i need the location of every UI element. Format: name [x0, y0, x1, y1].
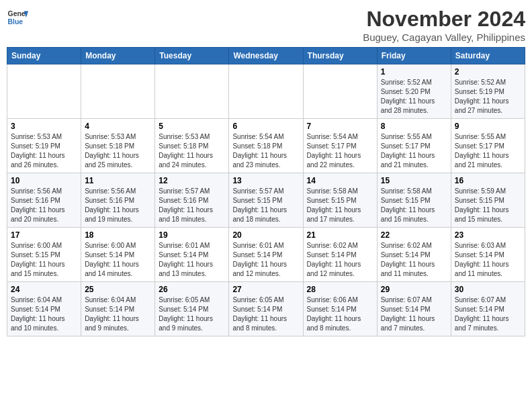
day-number: 7: [307, 122, 373, 131]
calendar-cell: [7, 64, 81, 119]
day-info: Sunrise: 6:04 AM Sunset: 5:14 PM Dayligh…: [85, 295, 151, 333]
header-row: SundayMondayTuesdayWednesdayThursdayFrid…: [7, 48, 525, 64]
day-info: Sunrise: 6:06 AM Sunset: 5:14 PM Dayligh…: [307, 295, 373, 333]
day-info: Sunrise: 5:55 AM Sunset: 5:17 PM Dayligh…: [381, 132, 447, 170]
day-number: 15: [381, 176, 447, 185]
day-number: 17: [11, 230, 77, 240]
calendar-cell: 20Sunrise: 6:01 AM Sunset: 5:14 PM Dayli…: [229, 228, 303, 282]
day-info: Sunrise: 5:52 AM Sunset: 5:19 PM Dayligh…: [455, 78, 521, 116]
day-number: 19: [159, 230, 225, 240]
day-number: 10: [11, 176, 77, 185]
day-info: Sunrise: 5:57 AM Sunset: 5:16 PM Dayligh…: [159, 187, 225, 224]
day-info: Sunrise: 6:01 AM Sunset: 5:14 PM Dayligh…: [232, 241, 299, 279]
day-number: 3: [11, 122, 77, 131]
calendar-cell: 12Sunrise: 5:57 AM Sunset: 5:16 PM Dayli…: [155, 173, 229, 228]
calendar-cell: 27Sunrise: 6:05 AM Sunset: 5:14 PM Dayli…: [229, 282, 303, 336]
week-row-4: 24Sunrise: 6:04 AM Sunset: 5:14 PM Dayli…: [7, 282, 525, 336]
col-header-monday: Monday: [81, 48, 155, 64]
day-number: 25: [85, 285, 151, 294]
day-number: 1: [381, 67, 447, 77]
day-number: 16: [455, 176, 521, 185]
day-number: 23: [455, 230, 521, 240]
col-header-sunday: Sunday: [7, 48, 81, 64]
day-info: Sunrise: 6:00 AM Sunset: 5:15 PM Dayligh…: [11, 241, 77, 279]
day-info: Sunrise: 5:58 AM Sunset: 5:15 PM Dayligh…: [381, 187, 447, 224]
day-number: 8: [381, 122, 447, 131]
day-info: Sunrise: 6:07 AM Sunset: 5:14 PM Dayligh…: [381, 295, 447, 333]
calendar-cell: 4Sunrise: 5:53 AM Sunset: 5:18 PM Daylig…: [81, 119, 155, 173]
day-number: 12: [159, 176, 225, 185]
calendar-cell: [81, 64, 155, 119]
main-title: November 2024: [363, 7, 525, 32]
day-info: Sunrise: 6:05 AM Sunset: 5:14 PM Dayligh…: [232, 295, 299, 333]
day-number: 29: [381, 285, 447, 294]
calendar-cell: [229, 64, 303, 119]
day-number: 28: [307, 285, 373, 294]
week-row-2: 10Sunrise: 5:56 AM Sunset: 5:16 PM Dayli…: [7, 173, 525, 228]
day-info: Sunrise: 6:04 AM Sunset: 5:14 PM Dayligh…: [11, 295, 77, 333]
calendar-cell: 14Sunrise: 5:58 AM Sunset: 5:15 PM Dayli…: [303, 173, 377, 228]
calendar-cell: 7Sunrise: 5:54 AM Sunset: 5:17 PM Daylig…: [303, 119, 377, 173]
calendar-table: SundayMondayTuesdayWednesdayThursdayFrid…: [7, 47, 525, 336]
col-header-saturday: Saturday: [451, 48, 525, 64]
logo-icon: General Blue: [7, 7, 28, 28]
day-number: 27: [232, 285, 299, 294]
logo: General Blue: [7, 7, 28, 28]
day-number: 20: [232, 230, 299, 240]
day-info: Sunrise: 5:53 AM Sunset: 5:19 PM Dayligh…: [11, 132, 77, 170]
day-info: Sunrise: 6:01 AM Sunset: 5:14 PM Dayligh…: [159, 241, 225, 279]
calendar-cell: 30Sunrise: 6:07 AM Sunset: 5:14 PM Dayli…: [451, 282, 525, 336]
svg-text:Blue: Blue: [8, 18, 24, 26]
calendar-cell: 2Sunrise: 5:52 AM Sunset: 5:19 PM Daylig…: [451, 64, 525, 119]
week-row-0: 1Sunrise: 5:52 AM Sunset: 5:20 PM Daylig…: [7, 64, 525, 119]
day-info: Sunrise: 5:53 AM Sunset: 5:18 PM Dayligh…: [159, 132, 225, 170]
day-info: Sunrise: 5:54 AM Sunset: 5:18 PM Dayligh…: [232, 132, 299, 170]
day-number: 4: [85, 122, 151, 131]
day-number: 22: [381, 230, 447, 240]
col-header-thursday: Thursday: [303, 48, 377, 64]
calendar-cell: 18Sunrise: 6:00 AM Sunset: 5:14 PM Dayli…: [81, 228, 155, 282]
day-number: 6: [232, 122, 299, 131]
subtitle: Buguey, Cagayan Valley, Philippines: [363, 32, 525, 43]
calendar-cell: 6Sunrise: 5:54 AM Sunset: 5:18 PM Daylig…: [229, 119, 303, 173]
day-number: 21: [307, 230, 373, 240]
week-row-1: 3Sunrise: 5:53 AM Sunset: 5:19 PM Daylig…: [7, 119, 525, 173]
calendar-cell: 22Sunrise: 6:02 AM Sunset: 5:14 PM Dayli…: [377, 228, 451, 282]
day-info: Sunrise: 5:55 AM Sunset: 5:17 PM Dayligh…: [455, 132, 521, 170]
calendar-cell: 1Sunrise: 5:52 AM Sunset: 5:20 PM Daylig…: [377, 64, 451, 119]
day-info: Sunrise: 6:02 AM Sunset: 5:14 PM Dayligh…: [381, 241, 447, 279]
day-info: Sunrise: 6:00 AM Sunset: 5:14 PM Dayligh…: [85, 241, 151, 279]
title-area: November 2024 Buguey, Cagayan Valley, Ph…: [363, 7, 525, 43]
calendar-cell: 9Sunrise: 5:55 AM Sunset: 5:17 PM Daylig…: [451, 119, 525, 173]
day-info: Sunrise: 5:56 AM Sunset: 5:16 PM Dayligh…: [85, 187, 151, 224]
calendar-cell: 21Sunrise: 6:02 AM Sunset: 5:14 PM Dayli…: [303, 228, 377, 282]
day-number: 18: [85, 230, 151, 240]
calendar-cell: [155, 64, 229, 119]
calendar-cell: 3Sunrise: 5:53 AM Sunset: 5:19 PM Daylig…: [7, 119, 81, 173]
day-info: Sunrise: 5:59 AM Sunset: 5:15 PM Dayligh…: [455, 187, 521, 224]
calendar-cell: 5Sunrise: 5:53 AM Sunset: 5:18 PM Daylig…: [155, 119, 229, 173]
calendar-cell: 25Sunrise: 6:04 AM Sunset: 5:14 PM Dayli…: [81, 282, 155, 336]
calendar-cell: 19Sunrise: 6:01 AM Sunset: 5:14 PM Dayli…: [155, 228, 229, 282]
day-number: 11: [85, 176, 151, 185]
calendar-cell: 28Sunrise: 6:06 AM Sunset: 5:14 PM Dayli…: [303, 282, 377, 336]
day-number: 13: [232, 176, 299, 185]
col-header-tuesday: Tuesday: [155, 48, 229, 64]
day-info: Sunrise: 5:54 AM Sunset: 5:17 PM Dayligh…: [307, 132, 373, 170]
calendar-cell: 29Sunrise: 6:07 AM Sunset: 5:14 PM Dayli…: [377, 282, 451, 336]
calendar-cell: 26Sunrise: 6:05 AM Sunset: 5:14 PM Dayli…: [155, 282, 229, 336]
day-number: 26: [159, 285, 225, 294]
calendar-cell: 13Sunrise: 5:57 AM Sunset: 5:15 PM Dayli…: [229, 173, 303, 228]
calendar-cell: 17Sunrise: 6:00 AM Sunset: 5:15 PM Dayli…: [7, 228, 81, 282]
day-info: Sunrise: 6:05 AM Sunset: 5:14 PM Dayligh…: [159, 295, 225, 333]
col-header-wednesday: Wednesday: [229, 48, 303, 64]
calendar-cell: 16Sunrise: 5:59 AM Sunset: 5:15 PM Dayli…: [451, 173, 525, 228]
day-number: 9: [455, 122, 521, 131]
calendar-cell: 8Sunrise: 5:55 AM Sunset: 5:17 PM Daylig…: [377, 119, 451, 173]
week-row-3: 17Sunrise: 6:00 AM Sunset: 5:15 PM Dayli…: [7, 228, 525, 282]
day-number: 5: [159, 122, 225, 131]
day-info: Sunrise: 5:53 AM Sunset: 5:18 PM Dayligh…: [85, 132, 151, 170]
calendar-cell: 10Sunrise: 5:56 AM Sunset: 5:16 PM Dayli…: [7, 173, 81, 228]
day-info: Sunrise: 6:03 AM Sunset: 5:14 PM Dayligh…: [455, 241, 521, 279]
day-info: Sunrise: 5:57 AM Sunset: 5:15 PM Dayligh…: [232, 187, 299, 224]
